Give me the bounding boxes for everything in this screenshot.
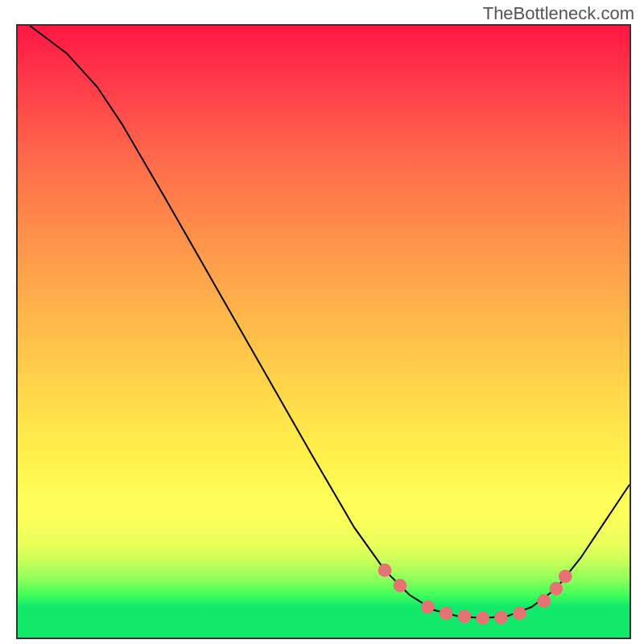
marker-point [457,609,471,623]
marker-point [421,601,435,614]
chart-svg [18,26,630,638]
marker-point [559,570,572,584]
curve-line [30,26,630,618]
marker-point [394,579,407,592]
marker-point [440,606,453,620]
markers [378,564,572,625]
marker-point [537,594,551,608]
marker-point [378,564,392,577]
marker-point [513,606,526,620]
marker-point [494,611,508,625]
marker-point [476,611,489,625]
watermark-text: TheBottleneck.com [483,3,634,24]
marker-point [549,582,563,596]
plot-area [16,24,631,639]
chart-container: TheBottleneck.com [0,0,644,644]
